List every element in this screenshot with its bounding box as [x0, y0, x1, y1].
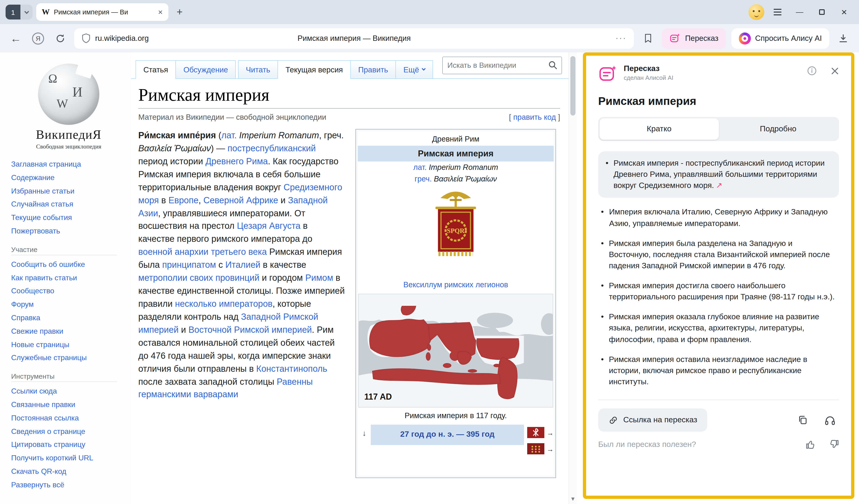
scrollbar-down-arrow[interactable]: ▼: [569, 495, 577, 502]
article-paragraph: Ри́мская импе́рия (лат. Imperium Romanum…: [138, 129, 345, 401]
yandex-icon: Я: [32, 32, 44, 44]
info-icon[interactable]: [807, 66, 817, 76]
empire-map-image[interactable]: 117 AD: [358, 294, 554, 408]
source-link-arrow[interactable]: ↗: [714, 181, 723, 190]
tab-brief[interactable]: Кратко: [600, 118, 719, 140]
close-panel-icon[interactable]: [831, 66, 839, 75]
search-input[interactable]: [442, 57, 562, 74]
page-scrollbar[interactable]: ▼: [569, 52, 577, 504]
back-button[interactable]: ←: [7, 30, 24, 47]
labarum-flag-icon: [527, 427, 544, 439]
sidebar-item[interactable]: Как править статьи: [11, 271, 126, 285]
inline-link[interactable]: греч.: [415, 174, 432, 183]
wikipedia-main: Статья Обсуждение Читать Текущая версия …: [131, 52, 569, 504]
tab-current-version[interactable]: Текущая версия: [278, 60, 351, 79]
sidebar-item[interactable]: Постоянная ссылка: [11, 412, 126, 425]
inline-link[interactable]: лат.: [413, 163, 427, 171]
refresh-button[interactable]: [52, 30, 69, 47]
sidebar-item[interactable]: Скачать QR-код: [11, 465, 126, 478]
inline-link[interactable]: принципатом: [162, 260, 216, 270]
sidebar-item[interactable]: Сообщество: [11, 285, 126, 298]
sidebar-item[interactable]: Случайная статья: [11, 198, 126, 211]
search-icon[interactable]: [548, 60, 558, 70]
inline-link[interactable]: Равенны: [277, 377, 313, 386]
copy-retell-link-button[interactable]: Ссылка на пересказ: [598, 408, 707, 432]
sidebar-item[interactable]: Заглавная страница: [11, 158, 126, 171]
copy-text-button[interactable]: [794, 411, 812, 429]
retell-article-title: Римская империя: [598, 95, 839, 108]
retell-toolbar-button[interactable]: Пересказ: [662, 28, 726, 48]
thumbs-down-icon[interactable]: [828, 439, 839, 450]
thumbs-up-icon[interactable]: [805, 439, 816, 450]
inline-link[interactable]: Римом: [305, 273, 333, 282]
close-button[interactable]: ✕: [835, 4, 854, 20]
vexillum-caption-link[interactable]: Вексиллум римских легионов: [358, 279, 554, 294]
tab-list-button[interactable]: [20, 5, 32, 19]
inline-link[interactable]: Древнего Рима: [206, 156, 268, 166]
downloads-button[interactable]: [835, 30, 852, 47]
sidebar-item[interactable]: Связанные правки: [11, 398, 126, 412]
successor-flag-row[interactable]: →: [527, 443, 554, 455]
sidebar-item[interactable]: Текущие события: [11, 211, 126, 225]
listen-button[interactable]: [820, 411, 839, 429]
more-actions-button[interactable]: ···: [616, 33, 627, 43]
tab-article[interactable]: Статья: [136, 60, 176, 79]
minimize-button[interactable]: —: [790, 4, 809, 20]
sidebar-item[interactable]: Развернуть всё: [11, 478, 126, 492]
inline-link[interactable]: Европе: [168, 195, 199, 205]
site-shield-icon: [82, 33, 90, 43]
highlighted-summary-item[interactable]: • Римская империя - постреспубликанский …: [598, 151, 839, 198]
tab-close-icon[interactable]: ✕: [158, 9, 163, 16]
scroll-down-arrow[interactable]: ↓: [358, 425, 371, 476]
scrollbar-thumb[interactable]: [570, 56, 575, 116]
inline-link[interactable]: лат.: [221, 131, 237, 140]
wikipedia-globe-logo[interactable]: ΩИW: [38, 64, 99, 125]
bookmark-button[interactable]: [640, 30, 657, 47]
inline-link[interactable]: Константинополь: [256, 364, 327, 373]
inline-link[interactable]: Италией: [225, 260, 260, 270]
browser-tab[interactable]: W Римская империя — Ви ✕: [36, 3, 168, 21]
inline-link[interactable]: германскими варварами: [138, 390, 238, 399]
yandex-button[interactable]: Я: [30, 30, 46, 47]
ask-alice-button[interactable]: Спросить Алису AI: [732, 28, 829, 48]
tab-group-control[interactable]: 1: [5, 5, 32, 19]
sidebar-item[interactable]: Форум: [11, 298, 126, 311]
inline-link[interactable]: несколько императоров: [175, 299, 272, 309]
retell-button-label: Пересказ: [685, 34, 719, 43]
tab-more[interactable]: Ещё: [395, 60, 433, 79]
new-tab-button[interactable]: +: [172, 5, 187, 19]
panel-divider: [598, 400, 839, 400]
inline-link[interactable]: Цезаря Августа: [237, 221, 301, 231]
inline-link[interactable]: метрополии своих провинций: [138, 273, 259, 282]
sidebar-item[interactable]: Новые страницы: [11, 338, 126, 352]
sidebar-item[interactable]: Свежие правки: [11, 325, 126, 338]
sidebar-item[interactable]: Получить короткий URL: [11, 452, 126, 465]
inline-link[interactable]: Северной Африке: [204, 195, 278, 205]
profile-avatar[interactable]: [749, 4, 764, 20]
sidebar-item[interactable]: Сведения о странице: [11, 425, 126, 438]
inline-link[interactable]: постреспубликанский: [227, 143, 316, 153]
sidebar-item[interactable]: Сообщить об ошибке: [11, 258, 126, 272]
sidebar-item[interactable]: Служебные страницы: [11, 352, 126, 365]
tab-edit[interactable]: Править: [350, 60, 396, 79]
period-dates: 27 год до н. э. — 395 год: [371, 425, 524, 445]
infobox-latin-name: лат. Imperium Romanum: [358, 162, 554, 173]
tab-detailed[interactable]: Подробно: [719, 118, 838, 140]
sidebar-item[interactable]: Пожертвовать: [11, 225, 126, 238]
sidebar-item[interactable]: Цитировать страницу: [11, 438, 126, 452]
inline-link[interactable]: Восточной Римской империей: [189, 325, 312, 335]
tab-read[interactable]: Читать: [238, 60, 278, 79]
tab-count-badge[interactable]: 1: [5, 5, 20, 19]
menu-button[interactable]: [768, 4, 787, 20]
sidebar-item[interactable]: Справка: [11, 311, 126, 325]
address-bar[interactable]: ru.wikipedia.org Римская империя — Викип…: [74, 28, 634, 48]
inline-link[interactable]: военной анархии третьего века: [138, 247, 267, 257]
tab-talk[interactable]: Обсуждение: [176, 60, 236, 79]
maximize-button[interactable]: [813, 4, 831, 20]
edit-code-text[interactable]: править код: [513, 113, 556, 121]
sidebar-item[interactable]: Ссылки сюда: [11, 385, 126, 398]
successor-flag-row[interactable]: →: [527, 427, 554, 439]
sidebar-item[interactable]: Избранные статьи: [11, 184, 126, 198]
vexillum-image[interactable]: SPQR: [358, 185, 554, 279]
sidebar-item[interactable]: Содержание: [11, 171, 126, 185]
